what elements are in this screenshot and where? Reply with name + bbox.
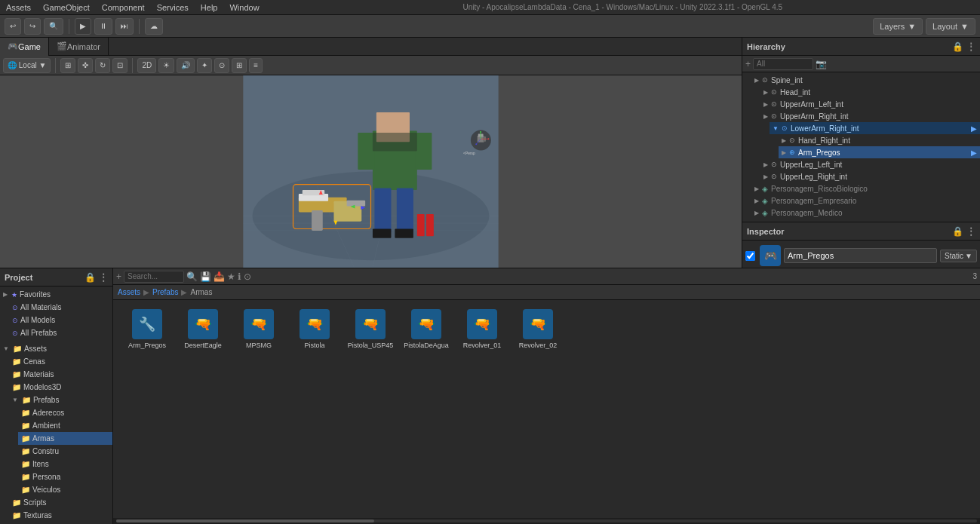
svg-rect-24 (426, 214, 434, 236)
scrollbar-thumb[interactable] (116, 519, 374, 522)
scale-tool[interactable]: ⊡ (112, 58, 127, 73)
search-button[interactable]: 🔍 (44, 18, 63, 35)
layout-dropdown[interactable]: Layout ▼ (926, 18, 975, 35)
lighting-toggle[interactable]: ☀ (158, 58, 174, 73)
modelos-folder[interactable]: 📁 Modelos3D (9, 381, 112, 394)
inspector-lock-icon[interactable]: 🔒 (952, 226, 963, 237)
asset-item-mpsmg[interactable]: 🔫 MPSMG (232, 306, 285, 352)
transform-tool[interactable]: ⊞ (60, 58, 75, 73)
asset-item-revolver-02[interactable]: 🔫 Revolver_02 (512, 306, 564, 352)
list-item[interactable]: ▶ ⊙ Spine_int (751, 74, 980, 86)
asset-item-deserteagle[interactable]: 🔫 DesertEagle (177, 306, 229, 352)
audio-toggle[interactable]: 🔊 (177, 58, 195, 73)
pause-button[interactable]: ⏸ (94, 18, 112, 35)
layers-dropdown[interactable]: Layers ▼ (873, 18, 923, 35)
asset-item-revolver-01[interactable]: 🔫 Revolver_01 (456, 306, 508, 352)
menu-services[interactable]: Services (157, 3, 189, 12)
list-item[interactable]: ▶ ◈ Personagem_Empresario (751, 195, 980, 207)
project-save-icon[interactable]: 💾 (200, 271, 211, 282)
step-button[interactable]: ⏭ (115, 18, 134, 35)
project-import-icon[interactable]: 📥 (214, 271, 225, 282)
armas-folder[interactable]: 📁 Armas (18, 432, 112, 445)
itens-folder[interactable]: 📁 Itens (18, 458, 112, 470)
scene-view[interactable]: <Persp (0, 75, 742, 268)
favorites-folder[interactable]: ▶ ★ Favorites (0, 288, 112, 301)
tab-animator[interactable]: 🎬 Animator (49, 38, 109, 56)
asset-item-pistola-usp45[interactable]: 🔫 Pistola_USP45 (344, 306, 397, 352)
svg-rect-12 (397, 188, 413, 233)
local-toggle[interactable]: 🌐 Local ▼ (3, 58, 51, 73)
undo-button[interactable]: ↩ (5, 18, 21, 35)
veiculos-folder[interactable]: 📁 Veiculos (18, 483, 112, 496)
project-info-icon[interactable]: ℹ (238, 271, 241, 282)
asset-item-arm-pregos[interactable]: 🔧 Arm_Pregos (121, 306, 174, 352)
assets-root-folder[interactable]: ▼ 📁 Assets (0, 342, 112, 355)
cenas-folder[interactable]: 📁 Cenas (9, 355, 112, 368)
scripts-folder[interactable]: 📁 Scripts (9, 496, 112, 509)
menu-assets[interactable]: Assets (6, 3, 31, 12)
list-item[interactable]: ▶ ⊙ UpperArm_Left_int (760, 98, 980, 110)
menu-gameobject[interactable]: GameObject (43, 3, 90, 12)
grid-toggle[interactable]: ⊞ (232, 58, 247, 73)
list-item[interactable]: ▶ ⊙ Head_int (760, 86, 980, 98)
2d-toggle[interactable]: 2D (137, 58, 156, 73)
asset-item-pistola[interactable]: 🔫 Pistola (288, 306, 341, 352)
list-item-selected[interactable]: ▶ ⊕ Arm_Pregos ▶ (779, 146, 980, 158)
all-materials-item[interactable]: ⊙ All Materials (9, 301, 112, 314)
project-search[interactable] (124, 271, 184, 283)
go-name-input[interactable] (784, 248, 937, 263)
hierarchy-lock-icon[interactable]: 🔒 (952, 41, 963, 52)
asset-item-pistola-agua[interactable]: 🔫 PistolaDeAgua (400, 306, 453, 352)
menu-help[interactable]: Help (201, 3, 218, 12)
list-item[interactable]: ▶ ◈ Personagem_Fazendeiro (751, 219, 980, 222)
ambient-folder[interactable]: 📁 Ambient (18, 419, 112, 432)
project-add-icon[interactable]: + (116, 271, 121, 282)
project-star-icon[interactable]: ★ (227, 271, 235, 282)
list-item[interactable]: ▶ ⊙ UpperLeg_Right_int (760, 170, 980, 182)
redo-button[interactable]: ↪ (24, 18, 41, 35)
project-scrollbar[interactable] (113, 518, 980, 524)
list-item[interactable]: ▶ ◈ Personagem_Medico (751, 207, 980, 219)
menu-window[interactable]: Window (229, 3, 259, 12)
project-lock-icon[interactable]: 🔒 (84, 272, 96, 283)
collab-button[interactable]: ☁ (145, 18, 163, 35)
breadcrumb-assets[interactable]: Assets (118, 288, 140, 296)
list-item[interactable]: ▶ ⊙ UpperLeg_Left_int (760, 158, 980, 170)
play-button[interactable]: ▶ (75, 18, 91, 35)
scrollbar-track[interactable] (116, 519, 977, 522)
go-active-checkbox[interactable] (745, 251, 755, 261)
constru-folder[interactable]: 📁 Constru (18, 445, 112, 458)
more-btn[interactable]: ≡ (249, 58, 263, 73)
materiais-folder[interactable]: 📁 Materiais (9, 368, 112, 381)
hierarchy-snapshot-icon[interactable]: 📷 (816, 59, 827, 69)
project-more-icon[interactable]: ⋮ (99, 272, 108, 283)
hierarchy-search[interactable] (753, 58, 813, 70)
gizmos-toggle[interactable]: ⊙ (214, 58, 229, 73)
breadcrumb: Assets ▶ Prefabs ▶ Armas (113, 285, 980, 300)
list-item[interactable]: ▶ ⊙ UpperArm_Right_int (760, 110, 980, 122)
tab-game[interactable]: 🎮 Game (0, 38, 49, 56)
persona-folder[interactable]: 📁 Persona (18, 470, 112, 483)
menu-component[interactable]: Component (102, 3, 145, 12)
inspector-more-icon[interactable]: ⋮ (966, 226, 975, 237)
aderecos-folder[interactable]: 📁 Aderecos (18, 406, 112, 419)
static-badge[interactable]: Static ▼ (940, 250, 977, 262)
list-item[interactable]: ▶ ◈ Personagem_RiscoBiologico (751, 182, 980, 195)
move-tool[interactable]: ✜ (78, 58, 93, 73)
texturas-folder[interactable]: 📁 Texturas (9, 509, 112, 522)
list-item[interactable]: ▼ ⊙ LowerArm_Right_int ▶ (770, 122, 980, 134)
project-search-icon[interactable]: 🔍 (186, 271, 198, 282)
all-prefabs-item[interactable]: ⊙ All Prefabs (9, 326, 112, 339)
go-header-row: 🎮 Static ▼ (745, 244, 977, 268)
breadcrumb-prefabs[interactable]: Prefabs (152, 288, 178, 296)
rotate-tool[interactable]: ↻ (95, 58, 110, 73)
prefabs-folder[interactable]: ▼ 📁 Prefabs (9, 394, 112, 406)
fx-toggle[interactable]: ✦ (197, 58, 212, 73)
hierarchy-more-icon[interactable]: ⋮ (966, 41, 975, 52)
static-label: Static (945, 252, 963, 260)
list-item[interactable]: ▶ ⊙ Hand_Right_int (779, 134, 980, 146)
all-models-item[interactable]: ⊙ All Models (9, 314, 112, 326)
persona-label: Persona (32, 473, 60, 481)
project-history-icon[interactable]: ⊙ (244, 271, 251, 282)
hierarchy-add-icon[interactable]: + (745, 59, 751, 69)
